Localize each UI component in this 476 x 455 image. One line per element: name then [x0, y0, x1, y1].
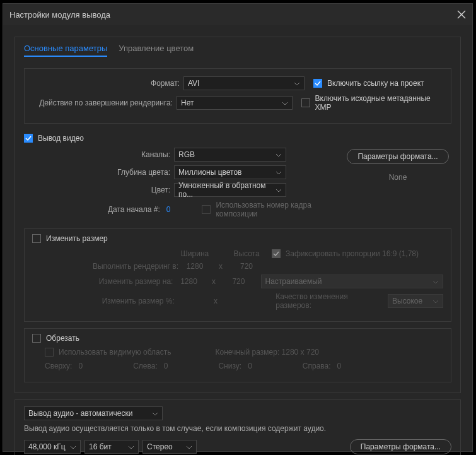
format-select[interactable]: AVI — [183, 76, 305, 90]
lock-aspect-checkbox — [272, 249, 281, 258]
depth-label: Глубина цвета: — [24, 168, 170, 177]
close-icon[interactable] — [457, 10, 466, 19]
chevron-down-icon — [128, 444, 134, 450]
channels-select[interactable]: RGB — [174, 148, 286, 162]
chevron-down-icon — [432, 278, 439, 285]
audio-bits-select[interactable]: 16 бит — [84, 440, 139, 454]
color-label: Цвет: — [24, 186, 170, 194]
audio-rate-select[interactable]: 48,000 кГц — [24, 440, 81, 454]
use-region-checkbox — [45, 348, 54, 357]
height-header: Высота — [230, 249, 263, 258]
audio-format-options-button[interactable]: Параметры формата... — [350, 439, 451, 454]
render-at-label: Выполнить рендеринг в: — [32, 262, 178, 271]
include-xmp-label: Включить исходные метаданные XMP — [315, 94, 442, 112]
resize-label: Изменить размер — [46, 234, 108, 243]
resize-quality-label: Качество изменения размеров: — [276, 292, 383, 310]
titlebar: Настройки модуля вывода — [3, 4, 472, 25]
audio-channels-select[interactable]: Стерео — [142, 440, 197, 454]
use-comp-frame-label: Использовать номер кадра композиции — [216, 201, 344, 218]
resize-pct-label: Изменить размер %: — [32, 297, 175, 305]
resize-checkbox[interactable] — [32, 234, 41, 243]
resize-quality-select: Высокое — [388, 294, 443, 308]
chevron-down-icon — [282, 100, 288, 106]
width-header: Ширина — [178, 249, 211, 258]
include-xmp-checkbox[interactable] — [301, 98, 310, 107]
format-label: Формат: — [33, 79, 180, 88]
lock-aspect-label: Зафиксировать пропорции 16:9 (1,78) — [286, 249, 419, 258]
crop-section: Обрезать Использовать видимую область Ко… — [24, 328, 451, 382]
video-output-checkbox[interactable] — [24, 134, 33, 143]
chevron-down-icon — [276, 151, 282, 158]
resize-preset-select: Настраиваемый — [261, 275, 443, 288]
color-select[interactable]: Умноженный в обратном по... — [174, 183, 286, 197]
chevron-down-icon — [152, 410, 158, 417]
tab-color-management[interactable]: Управление цветом — [119, 44, 194, 57]
post-render-action-select[interactable]: Нет — [177, 96, 293, 110]
start-number-value[interactable]: 0 — [166, 205, 171, 214]
resize-to-label: Изменить размер на: — [32, 277, 173, 286]
start-number-label: Дата начала #: — [24, 205, 160, 214]
final-size-label: Конечный размер: 1280 x 720 — [216, 348, 319, 357]
use-region-label: Использовать видимую область — [59, 348, 171, 357]
chevron-down-icon — [432, 298, 439, 304]
chevron-down-icon — [70, 444, 76, 450]
resize-section: Изменить размер Ширина Высота Зафиксиров… — [24, 228, 451, 322]
crop-label: Обрезать — [46, 334, 79, 343]
include-project-link-label: Включить ссылку на проект — [327, 79, 424, 88]
post-render-action-label: Действие по завершении рендеринга: — [33, 98, 173, 107]
chevron-down-icon — [186, 444, 192, 450]
channels-label: Каналы: — [24, 150, 170, 159]
depth-select[interactable]: Миллионы цветов — [174, 165, 286, 179]
tab-main[interactable]: Основные параметры — [24, 44, 107, 57]
include-project-link-checkbox[interactable] — [313, 79, 322, 88]
crop-checkbox[interactable] — [32, 334, 41, 343]
codec-name: None — [344, 173, 451, 182]
chevron-down-icon — [276, 169, 282, 175]
audio-help-text: Вывод аудио осуществляется только в том … — [24, 424, 451, 433]
audio-mode-select[interactable]: Вывод аудио - автоматически — [24, 406, 163, 420]
chevron-down-icon — [294, 80, 300, 86]
use-comp-frame-checkbox — [202, 205, 211, 214]
video-output-label: Вывод видео — [38, 134, 84, 143]
window-title: Настройки модуля вывода — [9, 10, 110, 20]
video-format-options-button[interactable]: Параметры формата... — [347, 149, 448, 164]
chevron-down-icon — [276, 187, 282, 193]
